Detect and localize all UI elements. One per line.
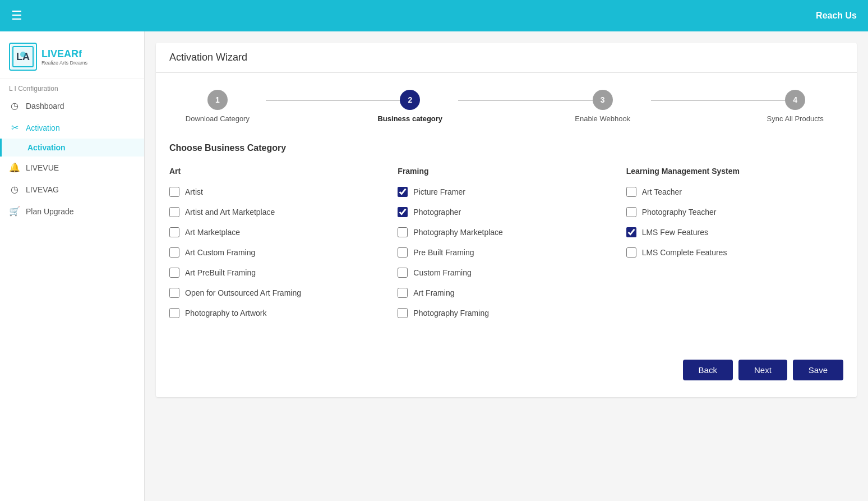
- sidebar-item-plan-upgrade[interactable]: 🛒 Plan Upgrade: [0, 200, 144, 222]
- step-circle-3: 3: [593, 90, 613, 110]
- checkbox-photography-marketplace[interactable]: Photography Marketplace: [398, 227, 615, 237]
- art-column-title: Art: [169, 167, 386, 178]
- checkbox-photographer-label: Photographer: [413, 208, 461, 217]
- checkbox-art-prebuilt-framing-input[interactable]: [169, 268, 179, 278]
- checkbox-photography-artwork-input[interactable]: [169, 308, 179, 318]
- checkbox-art-framing-label: Art Framing: [413, 288, 454, 297]
- back-button[interactable]: Back: [683, 360, 733, 380]
- reach-us-button[interactable]: Reach Us: [816, 11, 857, 21]
- topbar: ☰ Reach Us: [0, 0, 868, 31]
- next-button[interactable]: Next: [738, 360, 787, 380]
- checkbox-art-prebuilt-framing-label: Art PreBuilt Framing: [185, 268, 256, 277]
- checkbox-picture-framer[interactable]: Picture Framer: [398, 187, 615, 197]
- checkbox-photography-teacher-label: Photography Teacher: [642, 208, 717, 217]
- sidebar-subitem-activation[interactable]: Activation: [0, 139, 144, 157]
- checkbox-photography-framing-label: Photography Framing: [413, 309, 489, 318]
- sidebar-item-dashboard[interactable]: ◷ Dashboard: [0, 95, 144, 117]
- wizard-step-3: 3 Enable Webhook: [555, 90, 651, 123]
- checkbox-art-custom-framing[interactable]: Art Custom Framing: [169, 247, 386, 258]
- checkbox-pre-built-framing-input[interactable]: [398, 247, 408, 258]
- logo-text: LIVEARf Realize Arts Dreams: [41, 48, 87, 66]
- step-label-4: Sync All Products: [767, 114, 824, 123]
- wizard-step-4: 4 Sync All Products: [747, 90, 843, 123]
- checkbox-artist-marketplace[interactable]: Artist and Art Marketplace: [169, 207, 386, 217]
- dashboard-icon: ◷: [9, 100, 20, 111]
- lms-column: Learning Management System Art Teacher P…: [626, 167, 843, 328]
- checkbox-lms-few-features[interactable]: LMS Few Features: [626, 227, 843, 237]
- checkbox-outsourced-art-framing-label: Open for Outsourced Art Framing: [185, 288, 301, 297]
- page-card-body: 1 Download Category 2 Business category …: [156, 73, 857, 397]
- step-label-2: Business category: [377, 114, 442, 123]
- action-bar: Back Next Save: [169, 351, 843, 380]
- lms-column-title: Learning Management System: [626, 167, 843, 178]
- checkbox-pre-built-framing[interactable]: Pre Built Framing: [398, 247, 615, 258]
- save-button[interactable]: Save: [793, 360, 843, 380]
- sidebar-item-activation-label: Activation: [26, 123, 60, 132]
- checkbox-lms-few-features-label: LMS Few Features: [642, 228, 708, 237]
- checkbox-art-marketplace[interactable]: Art Marketplace: [169, 227, 386, 237]
- sidebar-item-livevag[interactable]: ◷ LIVEVAG: [0, 178, 144, 200]
- checkbox-art-teacher[interactable]: Art Teacher: [626, 187, 843, 197]
- checkbox-art-custom-framing-input[interactable]: [169, 247, 179, 258]
- checkbox-lms-few-features-input[interactable]: [626, 227, 636, 237]
- checkbox-outsourced-art-framing-input[interactable]: [169, 288, 179, 298]
- svg-point-3: [20, 52, 26, 57]
- checkbox-custom-framing[interactable]: Custom Framing: [398, 268, 615, 278]
- checkbox-photography-artwork[interactable]: Photography to Artwork: [169, 308, 386, 318]
- categories-grid: Art Artist Artist and Art Marketplace Ar…: [169, 167, 843, 328]
- wizard-step-2: 2 Business category: [362, 90, 458, 123]
- checkbox-photography-framing-input[interactable]: [398, 308, 408, 318]
- checkbox-photography-artwork-label: Photography to Artwork: [185, 309, 267, 318]
- sidebar-subitem-activation-label: Activation: [27, 143, 66, 152]
- sidebar-item-activation[interactable]: ✂ Activation: [0, 117, 144, 139]
- checkbox-artist-input[interactable]: [169, 187, 179, 197]
- checkbox-outsourced-art-framing[interactable]: Open for Outsourced Art Framing: [169, 288, 386, 298]
- checkbox-art-marketplace-input[interactable]: [169, 227, 179, 237]
- checkbox-custom-framing-input[interactable]: [398, 268, 408, 278]
- logo-tagline: Realize Arts Dreams: [41, 60, 87, 66]
- checkbox-pre-built-framing-label: Pre Built Framing: [413, 248, 474, 257]
- page-card: Activation Wizard 1 Download Category 2 …: [156, 43, 857, 397]
- checkbox-lms-complete-features-input[interactable]: [626, 247, 636, 258]
- checkbox-art-framing-input[interactable]: [398, 288, 408, 298]
- checkbox-art-teacher-input[interactable]: [626, 187, 636, 197]
- framing-column: Framing Picture Framer Photographer Phot…: [398, 167, 615, 328]
- sidebar: LA LIVEARf Realize Arts Dreams L I Confi…: [0, 31, 145, 501]
- logo-name: LIVEARf: [41, 48, 87, 60]
- checkbox-art-custom-framing-label: Art Custom Framing: [185, 248, 255, 257]
- plan-upgrade-icon: 🛒: [9, 206, 20, 217]
- livevag-icon: ◷: [9, 184, 20, 195]
- step-label-1: Download Category: [186, 114, 250, 123]
- checkbox-lms-complete-features[interactable]: LMS Complete Features: [626, 247, 843, 258]
- checkbox-art-teacher-label: Art Teacher: [642, 187, 682, 196]
- checkbox-picture-framer-label: Picture Framer: [413, 187, 465, 196]
- page-card-header: Activation Wizard: [156, 43, 857, 73]
- checkbox-photographer-input[interactable]: [398, 207, 408, 217]
- layout: LA LIVEARf Realize Arts Dreams L I Confi…: [0, 31, 868, 501]
- sidebar-config-label: L I Configuration: [0, 79, 144, 95]
- step-circle-2: 2: [400, 90, 420, 110]
- sidebar-item-livevue[interactable]: 🔔 LIVEVUE: [0, 157, 144, 178]
- checkbox-picture-framer-input[interactable]: [398, 187, 408, 197]
- section-title: Choose Business Category: [169, 143, 843, 153]
- checkbox-art-framing[interactable]: Art Framing: [398, 288, 615, 298]
- checkbox-photography-framing[interactable]: Photography Framing: [398, 308, 615, 318]
- checkbox-photographer[interactable]: Photographer: [398, 207, 615, 217]
- sidebar-logo: LA LIVEARf Realize Arts Dreams: [0, 37, 144, 79]
- checkbox-lms-complete-features-label: LMS Complete Features: [642, 248, 727, 257]
- step-circle-1: 1: [207, 90, 228, 110]
- checkbox-artist-label: Artist: [185, 187, 203, 196]
- step-label-3: Enable Webhook: [575, 114, 630, 123]
- art-column: Art Artist Artist and Art Marketplace Ar…: [169, 167, 386, 328]
- hamburger-icon[interactable]: ☰: [11, 8, 22, 23]
- checkbox-artist[interactable]: Artist: [169, 187, 386, 197]
- checkbox-photography-teacher[interactable]: Photography Teacher: [626, 207, 843, 217]
- page-title: Activation Wizard: [169, 52, 843, 63]
- checkbox-photography-marketplace-input[interactable]: [398, 227, 408, 237]
- checkbox-art-prebuilt-framing[interactable]: Art PreBuilt Framing: [169, 268, 386, 278]
- checkbox-photography-teacher-input[interactable]: [626, 207, 636, 217]
- logo-image: LA: [9, 43, 37, 71]
- checkbox-artist-marketplace-input[interactable]: [169, 207, 179, 217]
- sidebar-item-dashboard-label: Dashboard: [26, 102, 64, 111]
- checkbox-photography-marketplace-label: Photography Marketplace: [413, 228, 503, 237]
